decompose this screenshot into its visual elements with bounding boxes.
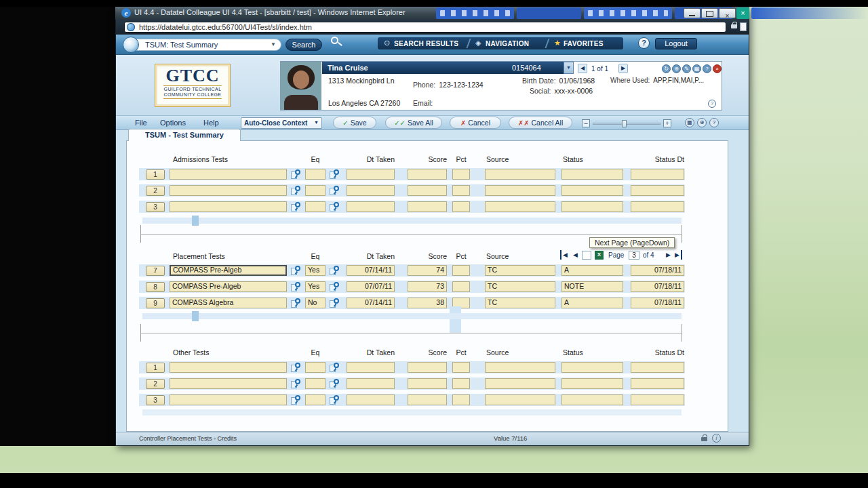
status-dt-field[interactable] <box>631 394 684 405</box>
lookup-icon[interactable] <box>291 282 300 292</box>
info-icon[interactable]: i <box>712 434 721 443</box>
lookup-icon[interactable] <box>330 266 339 276</box>
eq-field[interactable] <box>305 362 326 373</box>
menu-file[interactable]: File <box>135 119 147 127</box>
source-field[interactable]: TC <box>485 281 555 292</box>
score-field[interactable] <box>408 394 447 405</box>
page-last-button[interactable]: ▶ <box>673 250 682 260</box>
status-field[interactable] <box>561 185 623 196</box>
source-field[interactable] <box>485 169 555 180</box>
dt-taken-field[interactable] <box>347 378 395 389</box>
globe-icon[interactable]: ⊕ <box>697 118 707 127</box>
pct-field[interactable] <box>452 201 470 212</box>
card-help-icon[interactable]: ? <box>708 100 716 108</box>
maximize-button[interactable] <box>701 8 718 18</box>
source-field[interactable]: TC <box>485 298 555 308</box>
page-next-button[interactable]: ▶ <box>664 250 673 260</box>
score-field[interactable] <box>408 362 447 373</box>
status-dt-field[interactable] <box>631 378 684 389</box>
zoom-slider-track[interactable] <box>593 123 660 125</box>
lookup-icon[interactable] <box>291 169 300 180</box>
cancel-button[interactable]: ✗Cancel <box>450 117 501 129</box>
card-close-icon[interactable]: × <box>713 64 722 73</box>
page-icon[interactable] <box>740 22 747 31</box>
row-number-button[interactable]: 9 <box>146 298 165 308</box>
excel-export-icon[interactable]: X <box>595 251 604 260</box>
eq-field[interactable]: Yes <box>305 281 326 292</box>
save-all-button[interactable]: ✓✓Save All <box>385 117 442 129</box>
tab-tsum-test-summary[interactable]: TSUM - Test Summary <box>128 129 241 141</box>
logout-button[interactable]: Logout <box>655 38 697 49</box>
zoom-in-button[interactable]: + <box>663 119 671 127</box>
overlay-close-button[interactable]: × <box>736 7 749 19</box>
tab-favorites[interactable]: FAVORITES <box>564 40 604 47</box>
row-number-button[interactable]: 1 <box>146 363 165 373</box>
score-field[interactable] <box>408 378 447 389</box>
tab-navigation[interactable]: NAVIGATION <box>486 40 529 47</box>
tab-search-results[interactable]: SEARCH RESULTS <box>394 40 458 47</box>
search-button[interactable]: Search <box>285 39 322 51</box>
lookup-icon[interactable] <box>291 379 300 389</box>
row-number-button[interactable]: 2 <box>146 379 165 389</box>
eq-field[interactable] <box>305 394 326 405</box>
close-button[interactable]: × <box>719 8 736 18</box>
eq-field[interactable] <box>305 378 326 389</box>
lookup-icon[interactable] <box>330 202 339 212</box>
record-next-button[interactable]: ▶ <box>618 64 628 73</box>
status-field[interactable] <box>561 378 623 389</box>
pct-field[interactable] <box>452 169 470 180</box>
row-number-button[interactable]: 8 <box>146 282 165 292</box>
record-prev-button[interactable]: ◀ <box>578 64 587 73</box>
score-field[interactable] <box>408 169 447 180</box>
lookup-icon[interactable] <box>330 379 339 389</box>
score-field[interactable] <box>408 185 447 196</box>
row-number-button[interactable]: 2 <box>146 186 165 196</box>
page-prev-button[interactable]: ◀ <box>571 250 580 260</box>
lookup-icon[interactable] <box>291 363 300 373</box>
score-field[interactable]: 74 <box>408 265 447 276</box>
status-dt-field[interactable]: 07/18/11 <box>631 281 684 292</box>
status-field[interactable]: A <box>561 265 623 276</box>
test-name-field[interactable] <box>170 362 287 373</box>
scrollbar-thumb[interactable] <box>192 216 199 226</box>
source-field[interactable]: TC <box>485 265 555 276</box>
card-globe-icon[interactable]: ⊕ <box>672 64 681 73</box>
test-name-field[interactable]: COMPASS Pre-Algeb <box>170 281 287 292</box>
current-page-box[interactable]: 3 <box>629 251 639 260</box>
test-name-field[interactable] <box>170 378 287 389</box>
horizontal-scrollbar[interactable] <box>142 218 682 224</box>
dt-taken-field[interactable]: 07/07/11 <box>347 281 395 292</box>
cancel-all-button[interactable]: ✗✗Cancel All <box>509 117 572 129</box>
lookup-icon[interactable] <box>291 395 300 405</box>
pct-field[interactable] <box>452 185 470 196</box>
lookup-icon[interactable] <box>330 395 339 405</box>
eq-field[interactable] <box>305 169 326 180</box>
score-field[interactable]: 38 <box>408 298 447 308</box>
row-number-button[interactable]: 3 <box>146 202 165 212</box>
url-text[interactable]: https://datatelui.gtcc.edu:56700/UI4Test… <box>139 23 312 31</box>
lookup-icon[interactable] <box>291 298 300 308</box>
minimize-button[interactable] <box>684 8 701 18</box>
source-field[interactable] <box>485 201 555 212</box>
score-field[interactable] <box>408 201 447 212</box>
person-dropdown-button[interactable]: ▼ <box>564 62 574 74</box>
status-dt-field[interactable]: 07/18/11 <box>631 298 684 308</box>
pct-field[interactable] <box>452 281 470 292</box>
status-dt-field[interactable]: 07/18/11 <box>631 265 684 276</box>
status-field[interactable] <box>561 201 623 212</box>
source-field[interactable] <box>485 394 555 405</box>
page-first-button[interactable]: ◀ <box>560 250 569 260</box>
card-grid-icon[interactable]: ▦ <box>692 64 701 73</box>
status-dt-field[interactable] <box>631 169 684 180</box>
zoom-out-button[interactable]: – <box>582 119 590 127</box>
test-name-field[interactable] <box>170 394 287 405</box>
source-field[interactable] <box>485 378 555 389</box>
row-number-button[interactable]: 3 <box>146 395 165 405</box>
status-dt-field[interactable] <box>631 201 684 212</box>
dt-taken-field[interactable]: 07/14/11 <box>347 298 395 308</box>
pct-field[interactable] <box>452 394 470 405</box>
lookup-icon[interactable] <box>291 202 300 212</box>
chevron-down-icon[interactable]: ▼ <box>271 41 276 47</box>
card-help-icon-button[interactable]: ? <box>703 64 711 73</box>
lookup-icon[interactable] <box>330 363 339 373</box>
